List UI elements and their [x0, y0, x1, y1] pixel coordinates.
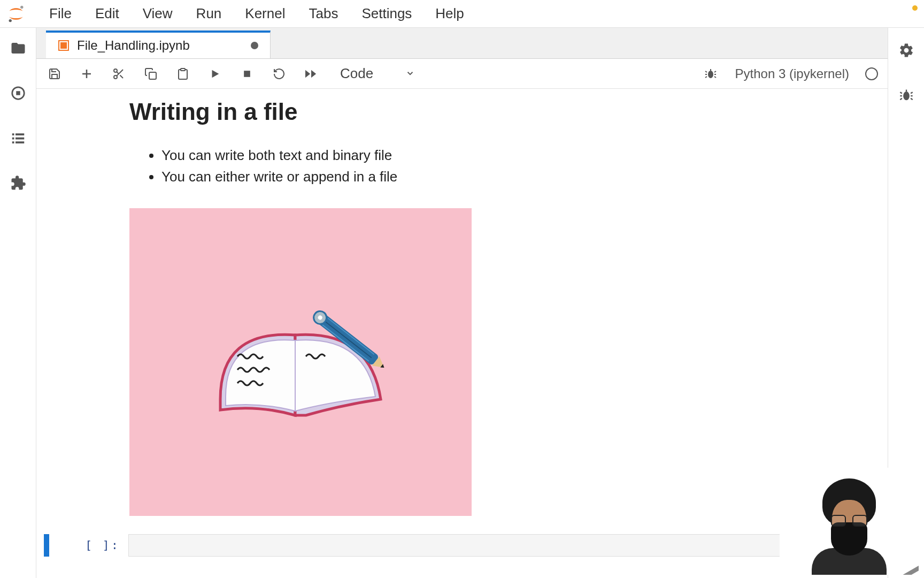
- cell-selection-marker: [44, 534, 49, 557]
- notebook-content[interactable]: Writing in a file You can write both tex…: [36, 89, 888, 578]
- svg-line-48: [911, 98, 913, 100]
- code-input-area[interactable]: [128, 534, 880, 557]
- save-icon[interactable]: [46, 65, 63, 82]
- svg-line-44: [911, 92, 913, 93]
- stop-icon[interactable]: [238, 65, 256, 82]
- tab-title: File_Handling.ipynb: [77, 38, 240, 53]
- svg-point-15: [114, 75, 117, 79]
- table-of-contents-icon[interactable]: [9, 128, 28, 148]
- tab-file-handling[interactable]: File_Handling.ipynb: [46, 31, 271, 58]
- svg-point-25: [708, 71, 713, 78]
- settings-gear-icon[interactable]: [897, 41, 916, 60]
- menu-settings[interactable]: Settings: [350, 0, 424, 27]
- menu-view[interactable]: View: [131, 0, 184, 27]
- paste-icon[interactable]: [174, 65, 191, 82]
- svg-rect-20: [181, 69, 185, 71]
- notebook-toolbar: Code Python 3 (ipykernel): [36, 59, 888, 89]
- markdown-cell[interactable]: Writing in a file You can write both tex…: [129, 98, 848, 516]
- extensions-icon[interactable]: [9, 173, 28, 193]
- celltype-label: Code: [340, 65, 373, 82]
- svg-line-43: [900, 92, 902, 93]
- notebook-file-icon: [58, 40, 70, 51]
- code-cell[interactable]: [ ]:: [44, 534, 880, 557]
- jupyter-logo-icon: [5, 3, 27, 25]
- list-item: You can either write or append in a file: [161, 166, 848, 187]
- svg-line-32: [714, 77, 716, 78]
- presenter-webcam-overlay: [780, 468, 919, 575]
- kernel-status-idle-icon[interactable]: [865, 67, 878, 80]
- svg-rect-11: [60, 42, 67, 49]
- debugger-icon[interactable]: [702, 65, 719, 82]
- menu-kernel[interactable]: Kernel: [233, 0, 297, 27]
- kernel-name[interactable]: Python 3 (ipykernel): [735, 66, 849, 81]
- menu-run[interactable]: Run: [184, 0, 234, 27]
- presenter-silhouette: [806, 473, 892, 575]
- celltype-dropdown[interactable]: Code: [340, 65, 415, 82]
- run-icon[interactable]: [206, 65, 224, 82]
- svg-line-27: [705, 71, 707, 72]
- svg-rect-7: [16, 133, 24, 135]
- menubar: File Edit View Run Kernel Tabs Settings …: [0, 0, 924, 28]
- svg-rect-8: [16, 138, 24, 140]
- chevron-down-icon: [405, 65, 415, 82]
- svg-point-0: [20, 5, 23, 8]
- menu-file[interactable]: File: [37, 0, 83, 27]
- svg-point-41: [903, 92, 910, 100]
- notebook-panel: File_Handling.ipynb: [36, 28, 888, 578]
- svg-rect-6: [12, 141, 14, 143]
- svg-rect-22: [244, 71, 250, 77]
- svg-marker-24: [311, 70, 316, 78]
- tab-bar: File_Handling.ipynb: [36, 28, 888, 59]
- svg-rect-19: [149, 72, 156, 79]
- list-item: You can write both text and binary file: [161, 144, 848, 166]
- svg-line-31: [705, 77, 707, 78]
- svg-point-1: [9, 19, 12, 21]
- svg-rect-5: [12, 138, 14, 140]
- folder-icon[interactable]: [9, 39, 28, 58]
- debugger-panel-icon[interactable]: [897, 86, 916, 105]
- svg-rect-9: [16, 141, 24, 143]
- svg-marker-21: [212, 70, 219, 78]
- left-activity-bar: [0, 28, 36, 578]
- svg-line-18: [117, 72, 119, 74]
- running-terminals-icon[interactable]: [9, 83, 28, 103]
- svg-line-28: [714, 71, 716, 72]
- menu-tabs[interactable]: Tabs: [297, 0, 350, 27]
- tab-dirty-indicator: [251, 42, 258, 49]
- menu-edit[interactable]: Edit: [83, 0, 131, 27]
- cut-icon[interactable]: [110, 65, 127, 82]
- restart-icon[interactable]: [271, 65, 288, 82]
- svg-line-47: [900, 98, 902, 100]
- restart-run-all-icon[interactable]: [303, 65, 320, 82]
- svg-marker-23: [305, 70, 310, 78]
- svg-line-17: [120, 75, 123, 78]
- window-minimize-dot[interactable]: [912, 5, 918, 11]
- svg-rect-3: [16, 91, 20, 95]
- add-cell-icon[interactable]: [78, 65, 95, 82]
- notebook-writing-illustration: [129, 208, 472, 516]
- cell-heading: Writing in a file: [129, 98, 848, 125]
- bullet-list: You can write both text and binary file …: [129, 144, 848, 188]
- cell-prompt: [ ]:: [49, 534, 128, 557]
- menu-help[interactable]: Help: [424, 0, 475, 27]
- copy-icon[interactable]: [142, 65, 159, 82]
- svg-point-14: [114, 69, 117, 72]
- svg-rect-4: [12, 133, 14, 135]
